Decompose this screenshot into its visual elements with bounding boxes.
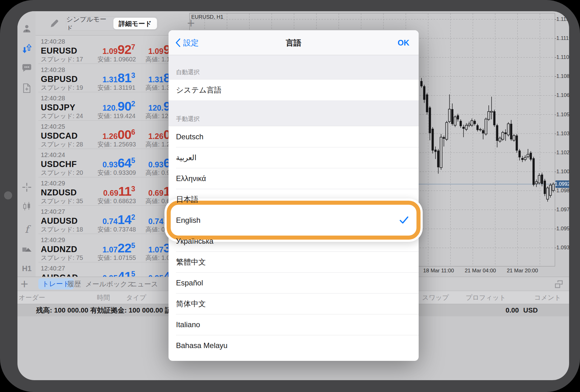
language-list: 自動選択システム言語手動選択DeutschالعربيةΕλληνικά日本語E…: [169, 55, 419, 356]
quote-spread: スプレッド: 75: [41, 254, 83, 262]
bid-price: 0.95415: [70, 269, 135, 277]
quote-time: 12:40:29: [41, 180, 65, 187]
left-sidebar: fH1: [17, 11, 36, 277]
row-separator: [176, 251, 419, 252]
sidebar-chat-icon[interactable]: [22, 63, 32, 73]
sidebar-objects-icon[interactable]: [22, 245, 32, 255]
edit-pencil-icon[interactable]: [49, 18, 60, 29]
quote-row-AUDCAD[interactable]: 12:40:27AUDCAD0.954150.95443スプレッド: 28安値:…: [36, 262, 189, 277]
camera-dot: [4, 191, 12, 199]
language-label: 繁體中文: [176, 251, 206, 272]
bid-price: 1.31813: [70, 71, 135, 85]
profit-value: 0.00USD: [506, 304, 542, 317]
bid-price: 1.07225: [70, 241, 135, 256]
sidebar-quotes-arrows-icon[interactable]: [22, 44, 32, 54]
quote-time: 12:40:28: [41, 66, 65, 74]
price-tick-label: 1.10200: [556, 150, 569, 156]
tab-history[interactable]: 履歴: [67, 277, 82, 291]
sidebar-crosshair-icon[interactable]: [22, 182, 32, 192]
profit-currency: USD: [523, 306, 538, 314]
quote-row-AUDNZD[interactable]: 12:40:29AUDNZD1.072251.07300スプレッド: 75安値:…: [36, 234, 189, 262]
sidebar-new-order-icon[interactable]: [22, 83, 32, 93]
section-header: 自動選択: [169, 55, 419, 79]
sidebar-indicators-candles-icon[interactable]: [22, 202, 32, 212]
column-header: タイプ: [126, 291, 146, 304]
quote-low: 安値: 1.09602: [97, 55, 136, 64]
quote-time: 12:40:25: [41, 123, 65, 130]
quote-low: 安値: 1.31191: [97, 84, 135, 92]
quote-row-EURUSD[interactable]: 12:40:28EURUSD1.099271.09944スプレッド: 17安値:…: [36, 36, 189, 64]
column-header: オーダー: [19, 291, 45, 304]
language-label: Bahasa Melayu: [176, 335, 227, 356]
language-label: Українська: [176, 231, 213, 251]
quote-row-GBPUSD[interactable]: 12:40:28GBPUSD1.318131.31832スプレッド: 19安値:…: [36, 64, 189, 92]
language-row-システム言語[interactable]: システム言語: [169, 79, 419, 100]
sidebar-profile-icon[interactable]: [22, 24, 32, 34]
sidebar-timeframe-label[interactable]: H1: [22, 264, 32, 274]
column-header: コメント: [534, 291, 561, 304]
quote-spread: スプレッド: 28: [41, 140, 83, 149]
bid-price: 0.69113: [70, 184, 135, 199]
row-separator: [176, 272, 419, 273]
bid-price: 0.74142: [70, 213, 135, 227]
price-tick-label: 1.09540: [556, 226, 569, 232]
quote-time: 12:40:24: [41, 151, 65, 159]
quote-row-USDCHF[interactable]: 12:40:24USDCHF0.936450.93665スプレッド: 20安値:…: [36, 149, 189, 177]
sidebar-functions-icon[interactable]: f: [22, 224, 32, 234]
quote-low: 安値: 0.68623: [97, 197, 136, 205]
language-label: العربية: [176, 147, 197, 168]
column-header: プロフィット: [466, 291, 506, 304]
language-row-简体中文[interactable]: 简体中文: [169, 293, 419, 314]
price-tick-label: 1.10530: [556, 112, 569, 118]
window-layout-icon[interactable]: [554, 280, 563, 289]
row-separator: [176, 147, 419, 147]
language-row-italiano[interactable]: Italiano: [169, 314, 419, 335]
language-row-ελληνικά[interactable]: Ελληνικά: [169, 168, 419, 189]
quote-spread: スプレッド: 18: [41, 225, 83, 234]
language-row-bahasa-melayu[interactable]: Bahasa Melayu: [169, 335, 419, 356]
row-separator: [176, 168, 419, 168]
language-row-العربية[interactable]: العربية: [169, 147, 419, 168]
checkmark-icon: [399, 216, 409, 226]
language-row-繁體中文[interactable]: 繁體中文: [169, 251, 419, 272]
timeframe-h1-label: H1: [22, 264, 32, 273]
section-header: 手動選択: [169, 100, 419, 126]
price-tick-label: 1.09705: [556, 207, 569, 213]
quote-low: 安値: 1.07155: [97, 254, 136, 262]
language-row-deutsch[interactable]: Deutsch: [169, 126, 419, 147]
tab-mailbox[interactable]: メールボックス: [85, 277, 135, 291]
quote-row-NZDUSD[interactable]: 12:40:29NZDUSD0.691130.69148スプレッド: 35安値:…: [36, 177, 189, 206]
time-tick-label: 21 Mar 20:00: [501, 268, 544, 274]
bid-price: 120.902: [70, 99, 135, 114]
mode-segmented-control: シンプルモード 詳細モード: [66, 17, 158, 31]
quote-spread: スプレッド: 20: [41, 169, 83, 177]
quote-low: 安値: 1.25693: [97, 140, 136, 149]
chart-symbol-label: EURUSD, H1: [191, 14, 223, 20]
quote-time: 12:40:29: [41, 237, 65, 244]
quote-time: 12:40:28: [41, 95, 65, 102]
price-tick-label: 1.09375: [556, 245, 569, 251]
price-tick-label: 1.11190: [556, 35, 569, 41]
price-tick-label: 1.09870: [556, 188, 569, 194]
quote-low: 安値: 119.424: [97, 112, 135, 120]
app-screen: EURUSD, H1 1.113551.111901.110251.108601…: [17, 11, 569, 380]
quote-low: 安値: 0.73748: [97, 225, 136, 234]
quote-row-USDJPY[interactable]: 12:40:28USDJPY120.902120.926スプレッド: 24安値:…: [36, 92, 189, 121]
language-label: English: [176, 210, 201, 231]
profit-amount: 0.00: [506, 306, 519, 314]
language-row-español[interactable]: Español: [169, 272, 419, 293]
quote-row-USDCAD[interactable]: 12:40:25USDCAD1.260061.26034スプレッド: 28安値:…: [36, 121, 189, 149]
price-tick-label: 1.11025: [556, 54, 569, 60]
tab-news[interactable]: ニュース: [130, 277, 159, 291]
language-label: Español: [176, 272, 203, 293]
language-row-english[interactable]: English: [169, 210, 419, 231]
language-settings-modal: 設定 言語 OK 自動選択システム言語手動選択DeutschالعربيةΕλλ…: [169, 30, 419, 361]
simple-mode-button[interactable]: シンプルモード: [66, 17, 112, 30]
bid-price: 0.93645: [70, 156, 135, 170]
bid-price: 1.09927: [70, 42, 135, 57]
ok-button[interactable]: OK: [398, 30, 410, 55]
new-order-plus-button[interactable]: +: [21, 277, 28, 291]
language-label: Deutsch: [176, 126, 203, 147]
modal-header: 設定 言語 OK: [169, 30, 419, 55]
advanced-mode-button[interactable]: 詳細モード: [113, 17, 157, 30]
